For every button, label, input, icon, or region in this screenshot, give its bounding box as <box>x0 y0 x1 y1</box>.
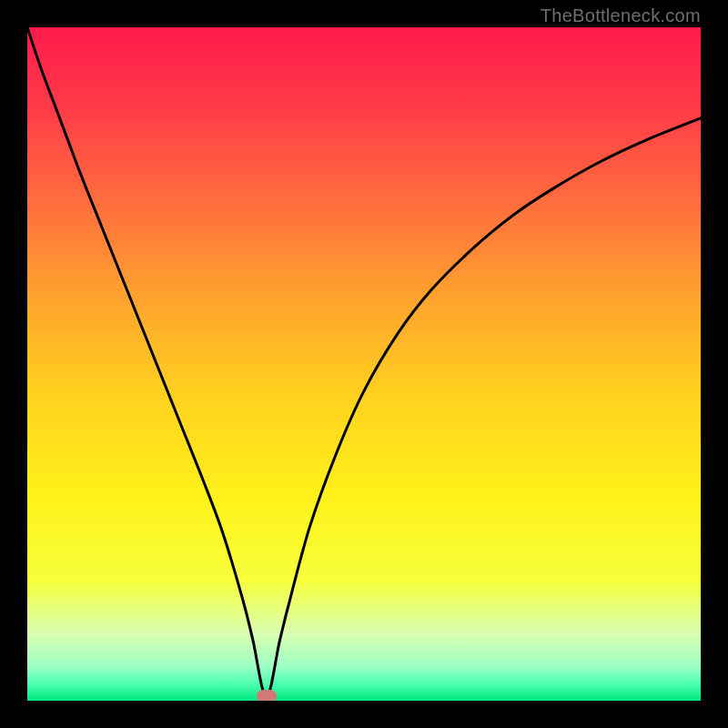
plot-area <box>27 27 701 701</box>
watermark-text: TheBottleneck.com <box>541 5 701 26</box>
optimal-point-marker <box>257 690 277 701</box>
bottleneck-curve <box>27 27 701 701</box>
chart-container: TheBottleneck.com <box>0 0 728 728</box>
